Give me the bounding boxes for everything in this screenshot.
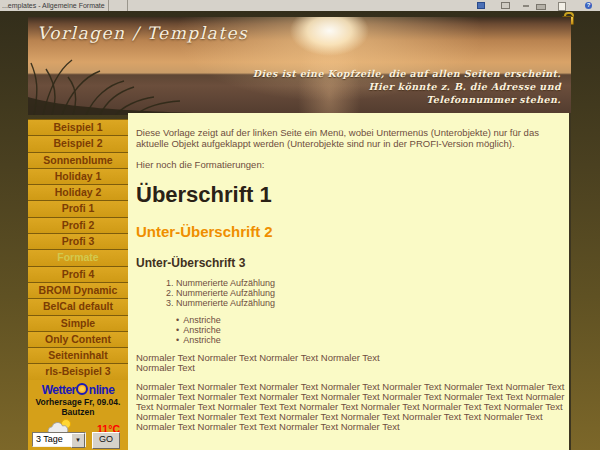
forecast-range-value: 3 Tage [36,434,63,444]
numbered-list: Nummerierte Aufzählung Nummerierte Aufzä… [136,279,559,308]
sidebar-item-holiday-2[interactable]: Holiday 2 [28,185,128,201]
tagline-line: Hier könnte z. B. die Adresse und [253,80,561,93]
go-button[interactable]: GO [92,432,120,449]
site-title: Vorlagen / Templates [37,23,248,43]
normal-text-line: Normaler Text [136,362,195,373]
sidebar-item-simple[interactable]: Simple [28,316,128,332]
printer-icon[interactable] [536,4,546,10]
header-banner: Vorlagen / Templates Dies ist eine Kopfz… [28,17,571,115]
bullet-list-item: Anstriche [176,326,559,336]
logo-text-wetter: Wetter [42,383,76,397]
sidebar-item-belcal-default[interactable]: BelCal default [28,299,128,315]
sidebar-item-rls-beispiel-3[interactable]: rls-Beispiel 3 [28,364,128,380]
sidebar-item-beispiel-2[interactable]: Beispiel 2 [28,136,128,152]
weather-controls: 3 Tage ▼ GO [32,432,124,447]
tagline-line: Dies ist eine Kopfzeile, die auf allen S… [253,67,561,80]
sidebar-item-profi-3[interactable]: Profi 3 [28,234,128,250]
sidebar-item-brom-dynamic[interactable]: BROM Dynamic [28,283,128,299]
bullet-list: Anstriche Anstriche Anstriche [136,316,559,345]
minimize-icon[interactable] [523,5,529,7]
bookmark-icon[interactable] [477,2,485,9]
sidebar-item-profi-1[interactable]: Profi 1 [28,201,128,217]
heading-2: Unter-Überschrift 2 [136,223,559,240]
forecast-range-select[interactable]: 3 Tage ▼ [32,432,86,447]
normal-text-short: Normaler Text Normaler Text Normaler Tex… [136,353,559,374]
normal-text-long: Normaler Text Normaler Text Normaler Tex… [136,382,566,432]
header-tagline: Dies ist eine Kopfzeile, die auf allen S… [253,67,561,106]
dune-grass-silhouette [28,57,228,115]
sidebar-item-holiday-1[interactable]: Holiday 1 [28,169,128,185]
sidebar-item-only-content[interactable]: Only Content [28,332,128,348]
bullet-list-item: Anstriche [176,316,559,326]
sidebar-item-formate[interactable]: Formate [28,250,128,266]
browser-tab[interactable]: ...emplates - Allgemeine Formate für Tex… [2,1,106,10]
intro-paragraph: Diese Vorlage zeigt auf der linken Seite… [136,127,561,149]
sidebar-item-seiteninhalt[interactable]: Seiteninhalt [28,348,128,364]
bullet-list-item: Anstriche [176,336,559,346]
wetteronline-logo[interactable]: Wetternline [28,383,128,397]
formats-label: Hier noch die Formatierungen: [136,159,559,170]
heading-1: Überschrift 1 [136,182,559,208]
tab-divider [127,0,128,11]
heading-3: Unter-Überschrift 3 [136,256,559,270]
page-icon[interactable] [558,2,566,11]
normal-text-line: Normaler Text Normaler Text Normaler Tex… [136,352,380,363]
window-icon[interactable] [501,2,510,9]
weather-widget: Wetternline Vorhersage Fr, 09.04. Bautze… [28,380,128,450]
main-content: Diese Vorlage zeigt auf der linken Seite… [128,113,571,450]
sidebar-item-profi-2[interactable]: Profi 2 [28,218,128,234]
chevron-down-icon[interactable]: ▼ [71,433,85,448]
screen: ...emplates - Allgemeine Formate für Tex… [0,0,600,450]
tagline-line: Telefonnummer stehen. [253,93,561,106]
tab-divider [108,0,109,11]
sun-o-icon [76,383,88,395]
numbered-list-item: Nummerierte Aufzählung [176,299,559,309]
forecast-date: Vorhersage Fr, 09.04. [28,397,128,407]
sidebar-menu: Beispiel 1 Beispiel 2 Sonnenblume Holida… [28,119,128,381]
help-icon[interactable]: ? [585,2,592,9]
sidebar-item-sonnenblume[interactable]: Sonnenblume [28,153,128,169]
sidebar-item-beispiel-1[interactable]: Beispiel 1 [28,119,128,136]
sidebar-item-profi-4[interactable]: Profi 4 [28,267,128,283]
forecast-city: Bautzen [28,407,128,417]
logo-text-nline: nline [89,383,115,397]
